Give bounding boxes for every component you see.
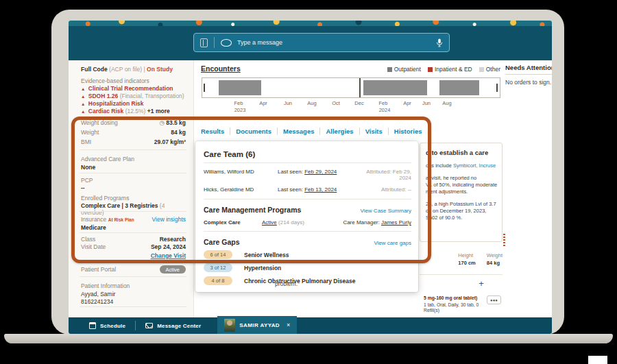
encounter-bar[interactable] — [439, 80, 479, 95]
provider-name: Hicks, Geraldine MD — [204, 186, 278, 193]
patient-tab-label: SAMIR AYYAD — [239, 322, 280, 328]
stage: Full Code (ACP on file) | On Study Evide… — [0, 0, 617, 364]
summary-heading: d to establish a care — [426, 149, 499, 156]
pcp-label: PCP — [81, 177, 186, 184]
divider — [80, 306, 186, 307]
needs-attention-body: No orders to sign. — [505, 79, 552, 86]
weight-dosing-row: Weight dosing ◷ 83.5 kg — [81, 119, 186, 126]
last-seen-link[interactable]: Feb 13, 2024 — [304, 186, 337, 193]
divider — [80, 173, 186, 173]
gap-count-badge: 6 of 14 — [204, 250, 232, 259]
laptop-frame: Full Code (ACP on file) | On Study Evide… — [51, 10, 564, 335]
care-team-row[interactable]: Hicks, Geraldine MD Last seen: Feb 13, 2… — [204, 186, 411, 193]
month-label: Dec — [354, 100, 363, 106]
indicator-clinical-trial[interactable]: ▲ Clinical Trial Recommendation — [81, 85, 186, 92]
care-overview-card: Care Team (6) Williams, Wilford MD Last … — [195, 141, 418, 292]
care-mgmt-title: Care Management Programs — [204, 206, 301, 214]
message-bar[interactable] — [193, 33, 450, 52]
divider — [420, 274, 503, 275]
message-center-button[interactable]: Message Center — [136, 317, 210, 334]
med-menu-button[interactable]: ●●● — [487, 295, 501, 304]
divider — [214, 37, 215, 48]
chat-bubble-icon — [221, 39, 232, 47]
symbicort-link[interactable]: Symbicort, — [453, 162, 477, 169]
ebi-title: Evidence-based indicators — [81, 77, 186, 84]
bmi-row: BMI 29.07 kg/m² — [81, 138, 186, 145]
incruse-link[interactable]: Incruse — [479, 162, 496, 169]
view-insights-link[interactable]: View insights — [152, 216, 186, 223]
chart-tabs: Results Documents Messages Allergies Vis… — [201, 128, 427, 135]
tab-visits[interactable]: Visits — [360, 128, 389, 135]
height-vital: Height 170 cm — [458, 252, 475, 266]
patient-sidebar: Full Code (ACP on file) | On Study Evide… — [69, 60, 194, 317]
scroll-indicator[interactable] — [503, 234, 505, 247]
divider — [80, 211, 186, 212]
envelope-icon — [145, 323, 153, 328]
provider-name: Williams, Wilford MD — [204, 169, 278, 175]
change-visit-link[interactable]: Change Visit — [151, 252, 186, 259]
main-content: Full Code (ACP on file) | On Study Evide… — [69, 60, 552, 317]
clock-icon: ◷ — [159, 119, 164, 126]
view-care-gaps-link[interactable]: View care gaps — [374, 240, 411, 246]
medication-row[interactable]: 5 mg-160 mg oral tablet) 1 tab, Oral, Da… — [420, 292, 503, 317]
view-case-summary-link[interactable]: View Case Summary — [360, 208, 411, 214]
encounters-timeline[interactable] — [202, 77, 500, 98]
tab-allergies[interactable]: Allergies — [320, 128, 359, 135]
outpatient-swatch — [387, 67, 392, 72]
warning-icon: ▲ — [81, 94, 85, 99]
tab-histories[interactable]: Histories — [389, 128, 428, 135]
care-gap-row[interactable]: 6 of 14 Senior Wellness — [204, 250, 411, 259]
message-input[interactable] — [237, 39, 436, 46]
at-risk-flag: At Risk Plan — [108, 217, 134, 222]
acp-value: None — [81, 164, 186, 171]
encounter-bar[interactable] — [219, 80, 261, 95]
more-indicators-link[interactable]: +1 more — [147, 108, 170, 114]
indicator-cardiac[interactable]: ▲ Cardiac Risk (12.5%) +1 more — [81, 108, 186, 114]
patient-avatar — [224, 319, 235, 332]
timeline-tick — [204, 84, 205, 92]
encounter-bar[interactable] — [363, 80, 427, 95]
month-label: Feb — [234, 100, 243, 106]
indicator-sdoh[interactable]: ▲ SDOH 1.26 (Finacial, Transportation) — [81, 93, 186, 99]
weight-row: Weight 84 kg — [81, 129, 186, 136]
indicator-hospitalization[interactable]: ▲ Hospitalization Risk — [81, 100, 186, 107]
panel-toggle-icon[interactable] — [200, 38, 208, 47]
on-study-flag[interactable]: On Study — [147, 66, 173, 73]
program-name: Complex Care — [204, 219, 262, 226]
tab-messages[interactable]: Messages — [278, 128, 320, 135]
programs-value: Complex Care | 3 Registries (4 overdue) — [81, 202, 186, 216]
divider — [80, 262, 186, 263]
summary-line: 23, a high Potassium Lvl of 3.7 — [426, 201, 499, 208]
year-label: 2023 — [234, 107, 246, 113]
divider — [204, 199, 411, 199]
care-manager-link[interactable]: James Purly — [381, 219, 411, 226]
encounters-title: Encounters — [201, 64, 241, 73]
care-gap-row[interactable]: 3 of 12 Hypertension — [204, 263, 411, 272]
care-gaps-title: Care Gaps — [204, 238, 240, 246]
other-swatch — [479, 67, 484, 72]
microphone-icon[interactable] — [436, 38, 443, 47]
needs-attention-panel: Needs Attention ( No orders to sign. — [505, 64, 552, 86]
brand-banner — [69, 21, 552, 26]
summary-line: Sp02 of 90.0 %. — [426, 215, 499, 221]
visit-date-row: Visit Date Sep 24, 2024 — [81, 243, 186, 250]
bottom-taskbar: Schedule Message Center SAMIR AYYAD × — [69, 317, 552, 334]
tab-results[interactable]: Results — [201, 128, 230, 135]
acp-label: Advanced Care Plan — [81, 156, 186, 162]
last-seen-link[interactable]: Feb 29, 2024 — [304, 169, 337, 175]
schedule-button[interactable]: Schedule — [69, 317, 135, 334]
close-tab-icon[interactable]: × — [287, 321, 290, 328]
class-row: Class Research — [81, 236, 186, 243]
program-status-link[interactable]: Active — [262, 219, 277, 226]
add-button[interactable]: + — [476, 278, 487, 289]
divider — [80, 149, 186, 150]
portal-status-badge: Active — [160, 265, 186, 274]
care-team-row[interactable]: Williams, Wilford MD Last seen: Feb 29, … — [204, 169, 411, 181]
summary-line: ons include Symbicort, Incruse — [426, 162, 499, 169]
watermark-block — [588, 356, 607, 364]
month-label: Apr — [403, 100, 411, 106]
patient-tab[interactable]: SAMIR AYYAD × — [217, 316, 297, 334]
patient-info-label: Patient Information — [81, 282, 186, 289]
insurance-value: Medicare — [81, 224, 186, 231]
tab-documents[interactable]: Documents — [230, 128, 278, 135]
